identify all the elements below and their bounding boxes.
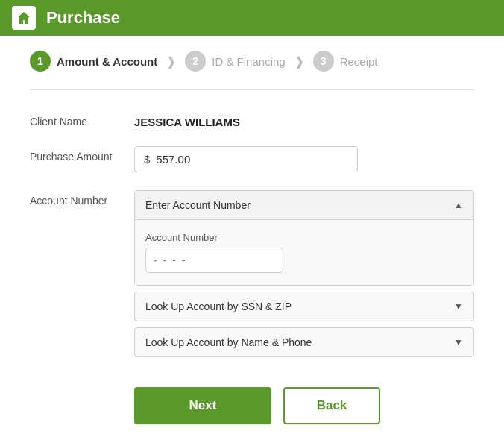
account-section: Enter Account Number ▲ Account Number Lo… bbox=[134, 190, 474, 363]
purchase-amount-label: Purchase Amount bbox=[30, 146, 134, 163]
currency-symbol: $ bbox=[144, 153, 150, 166]
accordion-panel-enter-account: Enter Account Number ▲ Account Number bbox=[134, 190, 474, 286]
step-1-label: Amount & Account bbox=[57, 55, 157, 68]
accordion-header-name-phone[interactable]: Look Up Account by Name & Phone ▼ bbox=[135, 328, 473, 356]
account-number-inner-label: Account Number bbox=[145, 232, 463, 243]
accordion-arrow-enter-account: ▲ bbox=[454, 200, 463, 210]
accordion-panel-name-phone: Look Up Account by Name & Phone ▼ bbox=[134, 327, 474, 357]
accordion-panel-ssn-zip: Look Up Account by SSN & ZIP ▼ bbox=[134, 292, 474, 321]
purchase-amount-input[interactable] bbox=[156, 153, 348, 166]
back-button[interactable]: Back bbox=[283, 387, 380, 424]
step-2-circle: 2 bbox=[185, 51, 206, 72]
step-3: 3 Receipt bbox=[313, 51, 378, 72]
step-arrow-1: ❱ bbox=[166, 54, 176, 69]
page-title: Purchase bbox=[46, 8, 120, 28]
step-indicator: 1 Amount & Account ❱ 2 ID & Financing ❱ … bbox=[30, 36, 474, 90]
accordion-arrow-ssn-zip: ▼ bbox=[454, 301, 463, 312]
accordion-header-enter-account[interactable]: Enter Account Number ▲ bbox=[135, 191, 473, 220]
step-2-label: ID & Financing bbox=[212, 55, 285, 68]
accordion-body-enter-account: Account Number bbox=[135, 220, 473, 285]
step-3-label: Receipt bbox=[340, 55, 378, 68]
step-1: 1 Amount & Account bbox=[30, 51, 157, 72]
step-arrow-2: ❱ bbox=[294, 54, 304, 69]
client-name-label: Client Name bbox=[30, 111, 134, 128]
accordion-label-ssn-zip: Look Up Account by SSN & ZIP bbox=[145, 301, 292, 312]
account-number-row: Account Number Enter Account Number ▲ Ac… bbox=[30, 190, 474, 363]
client-name-row: Client Name JESSICA WILLIAMS bbox=[30, 111, 474, 128]
accordion-label-enter-account: Enter Account Number bbox=[145, 199, 251, 211]
step-1-circle: 1 bbox=[30, 51, 51, 72]
main-content: 1 Amount & Account ❱ 2 ID & Financing ❱ … bbox=[0, 36, 504, 437]
accordion-arrow-name-phone: ▼ bbox=[454, 337, 463, 348]
purchase-amount-input-wrap: $ bbox=[134, 146, 474, 172]
accordion-header-ssn-zip[interactable]: Look Up Account by SSN & ZIP ▼ bbox=[135, 292, 473, 321]
amount-input-container: $ bbox=[134, 146, 358, 172]
step-3-circle: 3 bbox=[313, 51, 334, 72]
home-button[interactable] bbox=[12, 6, 36, 30]
purchase-amount-row: Purchase Amount $ bbox=[30, 146, 474, 172]
app-header: Purchase bbox=[0, 0, 504, 36]
account-number-field[interactable] bbox=[145, 248, 283, 273]
next-button[interactable]: Next bbox=[134, 387, 271, 424]
client-name-value: JESSICA WILLIAMS bbox=[134, 111, 240, 128]
button-row: Next Back bbox=[30, 387, 474, 424]
accordion-label-name-phone: Look Up Account by Name & Phone bbox=[145, 336, 312, 348]
step-2: 2 ID & Financing bbox=[185, 51, 285, 72]
account-number-label: Account Number bbox=[30, 190, 134, 207]
